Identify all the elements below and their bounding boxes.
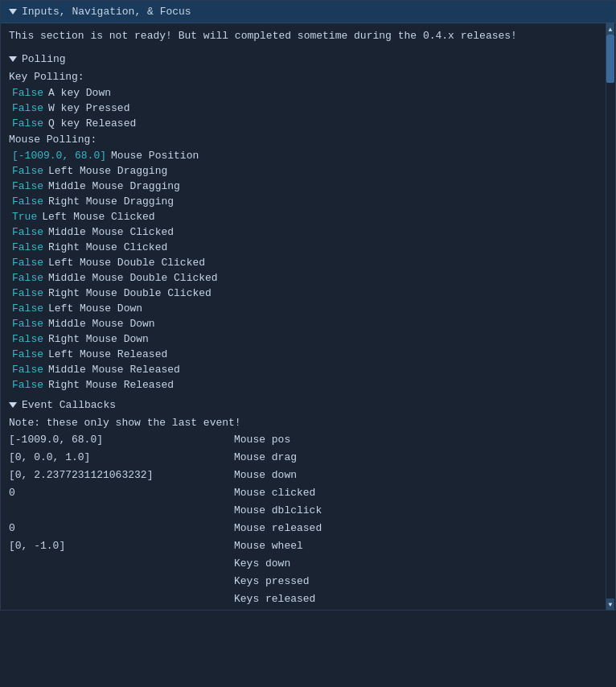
key-a-value: False [12,87,43,99]
left-down-value: False [12,302,43,315]
scroll-area: This section is not ready! But will comp… [1,23,615,610]
callback-mouse-down: [0, 2.2377231121063232] Mouse down [9,467,596,484]
keys-released-label: Keys released [218,593,596,605]
scroll-arrow-down[interactable]: ▼ [606,599,614,610]
middle-released-value: False [12,364,43,376]
right-dbl-value: False [12,287,43,299]
panel-title: Inputs, Navigation, & Focus [22,6,191,18]
mouse-drag-value: [0, 0.0, 1.0] [9,451,218,463]
left-mouse-dbl-clicked-item: False Left Mouse Double Clicked [9,255,596,270]
key-w-value: False [12,102,43,114]
mouse-position-item: [-1009.0, 68.0] Mouse Position [9,148,596,163]
left-released-label: Left Mouse Released [48,348,167,360]
callback-keys-released: Keys released [9,590,596,608]
keys-pressed-label: Keys pressed [218,575,596,587]
mouse-pos-label: Mouse pos [218,434,596,446]
left-dbl-value: False [12,257,43,269]
mouse-clicked-label: Mouse clicked [218,487,596,499]
middle-mouse-released-item: False Middle Mouse Released [9,362,596,377]
mouse-wheel-label: Mouse wheel [218,540,596,552]
left-mouse-dragging-item: False Left Mouse Dragging [9,163,596,179]
key-a-label: A key Down [48,87,111,99]
key-item-w: False W key Pressed [9,101,596,116]
right-click-label: Right Mouse Clicked [48,241,167,253]
right-dbl-label: Right Mouse Double Clicked [48,287,211,299]
mouse-clicked-value: 0 [9,487,218,499]
polling-label: Polling [22,53,66,65]
mouse-released-label: Mouse released [218,522,596,534]
middle-click-value: False [12,226,43,238]
mouse-drag-label: Mouse drag [218,451,596,463]
callback-keys-pressed: Keys pressed [9,573,596,590]
keys-down-label: Keys down [218,557,596,570]
right-drag-value: False [12,195,43,208]
middle-mouse-dragging-item: False Middle Mouse Dragging [9,179,596,194]
left-drag-value: False [12,165,43,177]
middle-drag-label: Middle Mouse Dragging [48,180,180,192]
scrollbar[interactable]: ▲ ▼ [606,23,615,610]
mouse-down-label: Mouse down [218,469,596,481]
mouse-position-label: Mouse Position [111,150,199,162]
key-q-value: False [12,117,43,130]
middle-down-value: False [12,318,43,330]
mouse-wheel-value: [0, -1.0] [9,540,218,552]
scroll-arrow-up[interactable]: ▲ [606,23,614,35]
callback-mouse-drag: [0, 0.0, 1.0] Mouse drag [9,449,596,467]
key-item-q: False Q key Released [9,116,596,131]
left-mouse-released-item: False Left Mouse Released [9,347,596,362]
left-mouse-down-item: False Left Mouse Down [9,301,596,316]
right-down-label: Right Mouse Down [48,333,149,345]
callback-mouse-dblclick: Mouse dblclick [9,502,596,520]
left-click-value: True [12,211,37,223]
mouse-position-value: [-1009.0, 68.0] [12,150,106,162]
middle-mouse-clicked-item: False Middle Mouse Clicked [9,224,596,240]
event-callbacks-section: Event Callbacks Note: these only show th… [1,394,604,610]
middle-dbl-value: False [12,272,43,284]
callback-keys-down: Keys down [9,555,596,573]
left-mouse-clicked-item: True Left Mouse Clicked [9,209,596,224]
mouse-down-value: [0, 2.2377231121063232] [9,469,218,481]
callback-mouse-wheel: [0, -1.0] Mouse wheel [9,537,596,555]
callback-mouse-released: 0 Mouse released [9,520,596,537]
middle-drag-value: False [12,180,43,192]
middle-click-label: Middle Mouse Clicked [48,226,174,238]
middle-dbl-label: Middle Mouse Double Clicked [48,272,218,284]
callbacks-collapse-icon [9,402,17,408]
key-item-a: False A key Down [9,85,596,101]
mouse-dblclick-label: Mouse dblclick [218,504,596,516]
scrollbar-thumb[interactable] [606,35,614,83]
left-drag-label: Left Mouse Dragging [48,165,167,177]
key-q-label: Q key Released [48,117,136,130]
polling-collapse-icon [9,56,17,62]
callback-mouse-clicked: 0 Mouse clicked [9,484,596,502]
middle-down-label: Middle Mouse Down [48,318,155,330]
key-polling-label: Key Polling: [9,68,596,85]
note-text: Note: these only show the last event! [9,414,596,431]
right-mouse-released-item: False Right Mouse Released [9,377,596,393]
event-callbacks-label: Event Callbacks [22,399,116,411]
right-mouse-down-item: False Right Mouse Down [9,331,596,347]
mouse-released-value: 0 [9,522,218,534]
left-dbl-label: Left Mouse Double Clicked [48,257,205,269]
right-released-value: False [12,379,43,391]
event-callbacks-header[interactable]: Event Callbacks [9,396,596,414]
right-mouse-clicked-item: False Right Mouse Clicked [9,240,596,255]
middle-mouse-dbl-clicked-item: False Middle Mouse Double Clicked [9,270,596,286]
right-click-value: False [12,241,43,253]
not-ready-message: This section is not ready! But will comp… [1,23,604,48]
left-down-label: Left Mouse Down [48,302,142,315]
left-click-label: Left Mouse Clicked [42,211,154,223]
mouse-pos-value: [-1009.0, 68.0] [9,434,218,446]
right-down-value: False [12,333,43,345]
mouse-polling-label: Mouse Polling: [9,131,596,148]
left-released-value: False [12,348,43,360]
panel-header[interactable]: Inputs, Navigation, & Focus [1,1,615,23]
collapse-icon [9,9,17,14]
main-panel: Inputs, Navigation, & Focus This section… [0,0,616,611]
callback-mouse-pos: [-1009.0, 68.0] Mouse pos [9,431,596,449]
polling-section-header[interactable]: Polling [9,50,596,68]
right-mouse-dbl-clicked-item: False Right Mouse Double Clicked [9,286,596,301]
polling-section: Polling Key Polling: False A key Down Fa… [1,48,604,394]
right-mouse-dragging-item: False Right Mouse Dragging [9,194,596,209]
middle-released-label: Middle Mouse Released [48,364,180,376]
